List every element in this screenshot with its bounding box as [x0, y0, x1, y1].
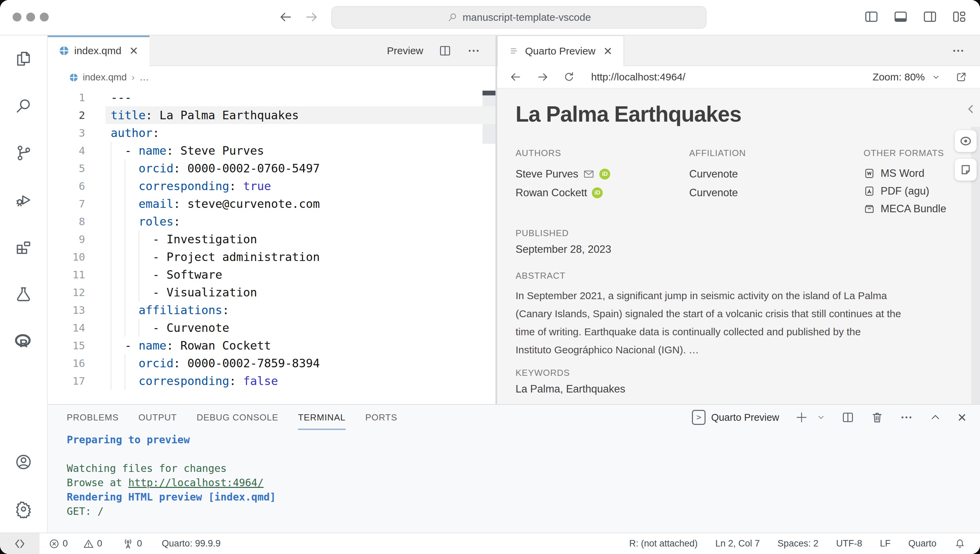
line-content: roles: [111, 212, 180, 230]
breadcrumb-more[interactable]: … [140, 72, 149, 83]
format-link[interactable]: MECA Bundle [864, 200, 980, 218]
eol[interactable]: LF [880, 538, 891, 549]
tab-problems[interactable]: PROBLEMS [67, 405, 119, 430]
author-row: Steve Purves iD [515, 164, 689, 183]
breadcrumb-file[interactable]: index.qmd [83, 72, 127, 83]
line-number: 13 [48, 304, 85, 316]
close-tab-icon[interactable]: × [604, 44, 612, 58]
zoom-window-icon[interactable] [40, 13, 49, 21]
sidebar-item-r[interactable]: R [0, 318, 47, 364]
email-icon[interactable] [583, 168, 595, 180]
code-editor[interactable]: 1---2title: La Palma Earthquakes3author:… [48, 89, 495, 404]
preview-url[interactable]: http://localhost:4964/ [591, 71, 686, 83]
code-line[interactable]: 7email: steve@curvenote.com [48, 195, 495, 212]
sidebar-item-search[interactable] [0, 83, 47, 129]
sidebar-item-extensions[interactable] [0, 224, 47, 270]
toggle-secondary-sidebar-icon[interactable] [922, 9, 938, 24]
code-line[interactable]: 1--- [48, 89, 495, 106]
split-editor-icon[interactable] [438, 44, 452, 57]
minimize-window-icon[interactable] [26, 13, 35, 21]
split-terminal-icon[interactable] [841, 410, 855, 424]
code-line[interactable]: 2title: La Palma Earthquakes [48, 106, 495, 124]
ports-status[interactable]: 0 [122, 538, 142, 550]
code-line[interactable]: 14- Curvenote [48, 319, 495, 337]
cursor-position[interactable]: Ln 2, Col 7 [716, 538, 760, 549]
new-terminal-icon[interactable] [795, 410, 808, 424]
quarto-version[interactable]: Quarto: 99.9.9 [162, 538, 221, 549]
orcid-icon[interactable]: iD [599, 169, 610, 180]
code-line[interactable]: 8roles: [48, 212, 495, 230]
code-line[interactable]: 9- Investigation [48, 230, 495, 248]
customize-layout-icon[interactable] [951, 9, 967, 24]
code-line[interactable]: 17corresponding: false [48, 372, 495, 390]
ports-count: 0 [137, 538, 142, 549]
sidebar-item-run-debug[interactable] [0, 177, 47, 224]
line-content: email: steve@curvenote.com [111, 195, 320, 212]
code-line[interactable]: 12- Visualization [48, 284, 495, 301]
code-line[interactable]: 4- name: Steve Purves [48, 142, 495, 160]
code-line[interactable]: 11- Software [48, 266, 495, 284]
sidebar-item-explorer[interactable] [0, 35, 47, 83]
collapse-panel-button[interactable] [964, 102, 978, 116]
sidebar-item-testing[interactable] [0, 270, 47, 318]
back-icon[interactable] [509, 70, 522, 83]
code-line[interactable]: 15- name: Rowan Cockett [48, 337, 495, 354]
indent-setting[interactable]: Spaces: 2 [777, 538, 818, 549]
tab-quarto-preview[interactable]: Quarto Preview × [497, 35, 624, 66]
more-actions-icon[interactable] [900, 410, 913, 424]
code-line[interactable]: 13affiliations: [48, 301, 495, 319]
open-external-icon[interactable] [955, 70, 968, 83]
code-line[interactable]: 6corresponding: true [48, 177, 495, 195]
breadcrumb[interactable]: index.qmd › … [48, 66, 495, 89]
editor-group-left: index.qmd × Preview index.qm [48, 35, 497, 404]
toggle-primary-sidebar-icon[interactable] [864, 9, 879, 24]
code-line[interactable]: 3author: [48, 124, 495, 142]
remote-indicator[interactable] [0, 533, 40, 554]
close-panel-icon[interactable]: × [958, 410, 966, 425]
window-traffic-lights[interactable] [13, 13, 49, 21]
format-link[interactable]: PDF (agu) [864, 182, 980, 200]
bell-icon[interactable] [954, 538, 966, 549]
close-tab-icon[interactable]: × [129, 44, 138, 58]
settings-button[interactable] [0, 485, 47, 533]
reload-icon[interactable] [563, 70, 576, 83]
code-line[interactable]: 16orcid: 0000-0002-7859-8394 [48, 354, 495, 372]
tab-terminal[interactable]: TERMINAL [298, 405, 345, 430]
encoding[interactable]: UTF-8 [836, 538, 862, 549]
indent-guide [125, 212, 125, 230]
terminal-instance[interactable]: > Quarto Preview [692, 410, 779, 425]
zoom-control[interactable]: Zoom: 80% [873, 71, 941, 83]
maximize-panel-icon[interactable] [929, 411, 942, 424]
code-line[interactable]: 5orcid: 0000-0002-0760-5497 [48, 160, 495, 177]
history-back-button[interactable] [277, 8, 296, 27]
tab-index-qmd[interactable]: index.qmd × [48, 35, 150, 66]
more-actions-icon[interactable] [467, 44, 480, 57]
problems-status[interactable]: 0 0 [48, 538, 102, 549]
annotation-note-button[interactable] [955, 159, 977, 180]
files-icon [14, 50, 33, 68]
forward-icon[interactable] [536, 70, 549, 83]
tab-output[interactable]: OUTPUT [138, 405, 177, 430]
tab-debug-console[interactable]: DEBUG CONSOLE [196, 405, 278, 430]
language-mode[interactable]: Quarto [908, 538, 936, 549]
r-status[interactable]: R: (not attached) [629, 538, 698, 549]
command-center-search[interactable]: manuscript-template-vscode [331, 6, 706, 29]
terminal-dropdown-icon[interactable] [816, 413, 826, 422]
more-actions-icon[interactable] [951, 44, 965, 57]
terminal-line: Browse at http://localhost:4964/ [67, 476, 980, 490]
terminal-output[interactable]: Preparing to preview Watching files for … [48, 430, 980, 519]
preview-mode-label[interactable]: Preview [387, 45, 423, 57]
history-forward-button[interactable] [302, 8, 321, 27]
close-window-icon[interactable] [13, 13, 21, 21]
search-icon [14, 97, 33, 115]
terminal-link[interactable]: http://localhost:4964/ [128, 477, 264, 489]
tab-ports[interactable]: PORTS [365, 405, 398, 430]
reader-view-button[interactable] [955, 130, 977, 152]
sidebar-item-source-control[interactable] [0, 129, 47, 177]
code-line[interactable]: 10- Project administration [48, 248, 495, 266]
toggle-panel-icon[interactable] [893, 9, 908, 24]
account-button[interactable] [0, 439, 47, 485]
orcid-icon[interactable]: iD [592, 187, 603, 198]
indent-guide [138, 319, 139, 337]
kill-terminal-icon[interactable] [870, 410, 884, 424]
